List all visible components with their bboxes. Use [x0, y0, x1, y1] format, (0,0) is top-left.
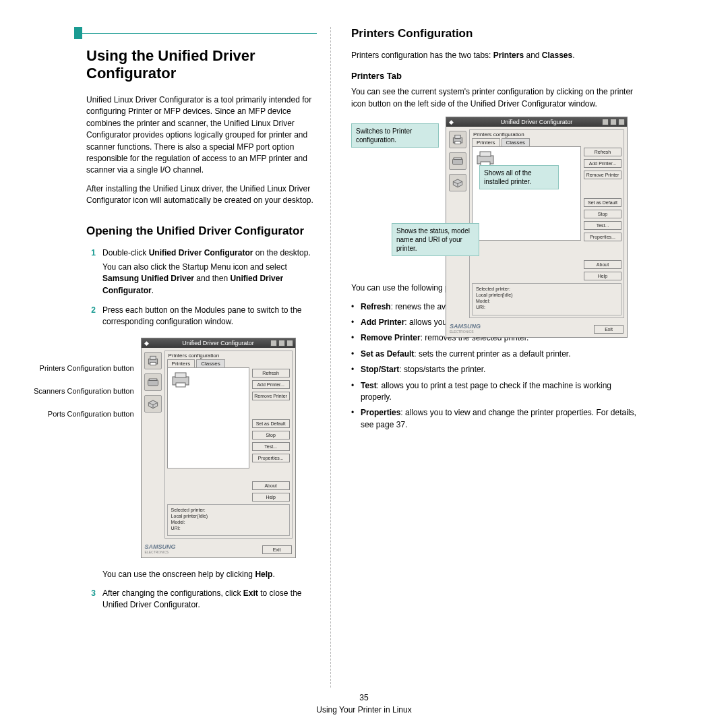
svg-rect-11	[453, 159, 463, 164]
help-button: Help	[252, 493, 290, 502]
step-number-2: 2	[86, 305, 102, 331]
close-icon	[286, 340, 293, 346]
svg-rect-6	[175, 373, 186, 377]
tab-printers: Printers	[167, 359, 195, 367]
tab-classes: Classes	[196, 359, 224, 367]
scanner-module-icon	[449, 152, 466, 170]
step-2-text: Press each button on the Modules pane to…	[102, 305, 317, 328]
step-3-text: After changing the configurations, click…	[102, 588, 317, 611]
svg-rect-7	[176, 383, 185, 387]
printers-config-heading: Printers Configuration	[351, 27, 641, 40]
bullet-properties: Properties: allows you to view and chang…	[351, 407, 641, 431]
help-caption: You can use the onscreen help by clickin…	[102, 569, 317, 580]
bullet-set-default: Set as Default: sets the current printer…	[351, 348, 641, 360]
refresh-button: Refresh	[252, 369, 290, 377]
scanner-module-icon	[144, 373, 162, 391]
about-button: About	[252, 481, 290, 490]
printers-config-intro: Printers configuration has the two tabs:…	[351, 50, 641, 61]
test-button: Test...	[252, 442, 290, 451]
step-1-line-1: Double-click Unified Driver Configurator…	[102, 247, 317, 259]
group-title: Printers configuration	[167, 353, 221, 359]
dialog-title-bar: ◆ Unified Driver Configurator	[142, 338, 295, 348]
remove-printer-button: Remove Printer	[252, 392, 290, 400]
footer-text: Using Your Printer in Linux	[0, 704, 728, 716]
bullet-test: Test: allows you to print a test page to…	[351, 380, 641, 404]
exit-button: Exit	[262, 545, 292, 554]
printers-tab-heading: Printers Tab	[351, 71, 641, 81]
set-default-button: Set as Default	[252, 419, 290, 428]
callout-switch-printer: Switches to Printer configuration.	[351, 123, 439, 148]
ports-module-icon	[449, 174, 466, 191]
step-number-1: 1	[86, 247, 102, 300]
svg-rect-10	[455, 142, 460, 144]
page-footer: 35 Using Your Printer in Linux	[0, 692, 728, 716]
page-number: 35	[0, 692, 728, 704]
svg-rect-12	[454, 158, 462, 160]
section-heading-opening: Opening the Unified Driver Configurator	[86, 224, 317, 238]
selected-printer-box: Selected printer: Local printer(Idle) Mo…	[167, 504, 290, 536]
printers-tab-text: You can see the current system's printer…	[351, 86, 641, 110]
printer-list-area	[167, 367, 249, 468]
callout-ports: Ports Configuration button	[34, 402, 134, 425]
svg-rect-14	[480, 152, 491, 156]
svg-rect-2	[150, 362, 155, 365]
svg-rect-9	[455, 135, 460, 139]
samsung-logo: SAMSUNG ELECTRONICS	[145, 543, 176, 554]
callout-status-model-uri: Shows the status, model name and URI of …	[392, 223, 479, 256]
stop-button: Stop	[252, 431, 290, 439]
properties-button: Properties...	[252, 454, 290, 462]
maximize-icon	[278, 340, 285, 346]
add-printer-button: Add Printer...	[252, 380, 290, 389]
callout-scanners: Scanners Configuration button	[34, 380, 134, 402]
bullet-stop-start: Stop/Start: stops/starts the printer.	[351, 364, 641, 375]
ports-module-icon	[144, 395, 162, 413]
printer-module-icon	[144, 352, 162, 369]
step-number-3: 3	[86, 588, 102, 614]
callout-printers: Printers Configuration button	[34, 357, 134, 380]
printer-module-icon	[449, 131, 466, 148]
minimize-icon	[270, 340, 277, 346]
svg-rect-1	[150, 356, 155, 359]
main-title: Using the Unified Driver Configurator	[86, 47, 317, 82]
callout-installed-printers: Shows all of the installed printer.	[479, 165, 559, 189]
svg-rect-4	[149, 379, 157, 381]
intro-paragraph-1: Unified Linux Driver Configurator is a t…	[86, 94, 317, 177]
intro-paragraph-2: After installing the Unified Linux drive…	[86, 183, 317, 207]
step-1-line-2: You can also click the Startup Menu icon…	[102, 262, 317, 297]
dialog-unified-driver: ◆ Unified Driver Configurator Printers c…	[141, 338, 296, 558]
svg-rect-3	[148, 380, 158, 386]
